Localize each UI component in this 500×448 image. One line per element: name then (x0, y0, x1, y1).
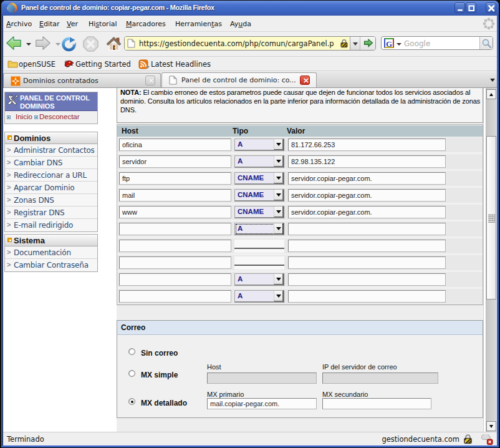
scrollbar-thumb[interactable] (486, 136, 496, 299)
sidebar-item-registrar-dns[interactable]: >Registrar DNS (5, 207, 97, 219)
sidebar-item-redireccionar-a-url[interactable]: >Redireccionar a URL (5, 169, 97, 182)
dns-host-input-10[interactable] (119, 290, 231, 303)
desconectar-bullet-icon (34, 115, 38, 119)
menu-editar[interactable]: Editar (39, 20, 60, 28)
dns-host-input-5[interactable]: www (119, 206, 231, 218)
dns-tipo-select-3[interactable]: CNAME (234, 172, 284, 185)
url-field[interactable]: https://gestiondecuenta.com/php/comun/ca… (125, 37, 350, 50)
dns-valor-input-8[interactable] (288, 256, 446, 269)
inicio-link[interactable]: Inicio (16, 113, 32, 120)
tab2-close-button[interactable] (300, 75, 310, 85)
desconectar-link[interactable]: Desconectar (39, 113, 80, 120)
sidebar-item-zonas-dns[interactable]: >Zonas DNS (5, 194, 97, 207)
forward-button[interactable] (35, 36, 50, 52)
dns-valor-input-2[interactable]: 82.98.135.122 (288, 155, 446, 168)
dns-host-input-4[interactable]: mail (119, 189, 231, 202)
menu-ayuda[interactable]: Ayuda (230, 20, 251, 28)
minimize-button[interactable] (454, 2, 465, 13)
select-arrow-icon[interactable] (274, 223, 282, 234)
close-button[interactable] (486, 2, 496, 13)
dns-valor-input-10[interactable] (288, 290, 446, 303)
dns-tipo-select-1[interactable]: A (234, 139, 284, 151)
menu-historial[interactable]: Historial (89, 20, 117, 28)
sidebar-section-sistema: Sistema>Documentación>Cambiar Contraseña (4, 234, 98, 272)
urlbar[interactable]: https://gestiondecuenta.com/php/comun/ca… (124, 36, 376, 51)
dns-valor-input-5[interactable]: servidor.copiar-pegar.com. (288, 206, 446, 218)
sidebar-item-cambiar-contrase-a[interactable]: >Cambiar Contraseña (5, 259, 97, 271)
sidebar-item-cambiar-dns[interactable]: >Cambiar DNS (5, 157, 97, 169)
sidebar-item-documentaci-n[interactable]: >Documentación (5, 246, 97, 259)
menubar: ArchivoEditarVerHistorialMarcadoresHerra… (3, 16, 497, 32)
dns-valor-input-3[interactable]: servidor.copiar-pegar.com. (288, 172, 446, 185)
menu-herramientas[interactable]: Herramientas (175, 20, 222, 28)
radio-mx-simple[interactable] (128, 370, 135, 377)
dns-host-input-8[interactable] (119, 256, 231, 269)
back-button[interactable] (6, 36, 22, 52)
select-arrow-icon[interactable] (274, 139, 282, 150)
popup-blocked-icon[interactable] (481, 434, 494, 446)
sidebar-item-aparcar-dominio[interactable]: >Aparcar Dominio (5, 182, 97, 194)
tab-dominios-contratados[interactable]: Dominios contratados (3, 73, 161, 87)
all-tabs-dropdown-icon[interactable] (490, 79, 495, 82)
dns-tipo-select-6[interactable]: A (234, 223, 284, 235)
folder-icon (7, 59, 18, 69)
scroll-down-button[interactable] (486, 421, 496, 431)
dns-tipo-select-5[interactable]: CNAME (234, 206, 284, 218)
input-mx-primario[interactable]: mail.copiar-pegar.com. (207, 398, 317, 409)
dns-tipo-select-collapsed-7[interactable] (234, 240, 284, 253)
getting-started-icon (64, 59, 74, 69)
status-lock-icon[interactable] (463, 434, 473, 444)
input-mx-secundario[interactable] (322, 398, 431, 409)
input-host-correo[interactable] (207, 373, 317, 384)
tab1-close-button[interactable] (145, 75, 155, 85)
dns-valor-input-9[interactable] (288, 273, 446, 286)
tab-panel-de-control[interactable]: Panel de control de dominio: co... (161, 72, 317, 87)
select-arrow-icon[interactable] (274, 173, 282, 183)
select-arrow-icon[interactable] (274, 190, 282, 200)
home-button[interactable] (105, 36, 122, 52)
vertical-scrollbar[interactable] (486, 88, 496, 432)
sidebar-item-administrar-contactos[interactable]: >Administrar Contactos (5, 144, 97, 157)
url-dropdown-button[interactable] (350, 37, 360, 50)
reload-button[interactable] (61, 36, 78, 52)
dns-host-input-9[interactable] (119, 273, 231, 286)
select-arrow-icon[interactable] (274, 291, 282, 301)
dns-tipo-select-2[interactable]: A (234, 155, 284, 168)
dns-row-2: servidorA82.98.135.122 (117, 154, 483, 169)
dns-valor-input-6[interactable] (288, 223, 446, 235)
dns-host-input-1[interactable]: oficina (119, 139, 231, 151)
input-ip-servidor[interactable] (322, 373, 438, 384)
sidebar-item-e-mail-redirigido[interactable]: >E-mail redirigido (5, 219, 97, 231)
page-icon (127, 39, 135, 48)
maximize-button[interactable] (466, 2, 476, 13)
dns-tipo-select-4[interactable]: CNAME (234, 189, 284, 202)
dns-valor-input-7[interactable] (288, 240, 446, 252)
menu-archivo[interactable]: Archivo (6, 20, 32, 28)
menu-marcadores[interactable]: Marcadores (126, 20, 166, 28)
titlebar[interactable]: Panel de control de dominio: copiar-pega… (1, 1, 499, 16)
dns-tipo-select-9[interactable]: A (234, 273, 284, 286)
dns-valor-input-4[interactable]: servidor.copiar-pegar.com. (288, 189, 446, 202)
scroll-up-button[interactable] (486, 89, 496, 99)
forward-dropdown-icon[interactable] (55, 43, 60, 46)
dns-host-input-6[interactable] (119, 223, 231, 235)
select-arrow-icon[interactable] (274, 207, 282, 217)
dns-host-input-3[interactable]: ftp (119, 172, 231, 185)
dns-tipo-select-10[interactable]: A (234, 290, 284, 303)
go-button[interactable] (360, 37, 376, 50)
search-engine-dropdown-icon[interactable] (397, 43, 401, 46)
back-dropdown-icon[interactable] (26, 43, 31, 46)
select-arrow-icon[interactable] (274, 274, 282, 285)
radio-sin-correo[interactable] (128, 348, 135, 355)
dns-valor-input-1[interactable]: 81.172.66.253 (288, 139, 446, 151)
select-arrow-icon[interactable] (274, 156, 282, 167)
dns-host-input-2[interactable]: servidor (119, 155, 231, 168)
dns-host-input-7[interactable] (119, 240, 231, 252)
search-box[interactable]: G Google (381, 36, 493, 50)
dns-tipo-select-collapsed-8[interactable] (234, 256, 284, 270)
menu-ver[interactable]: Ver (67, 20, 78, 28)
google-engine-icon[interactable]: G (384, 38, 394, 48)
search-submit-button[interactable] (479, 37, 493, 50)
radio-mx-detallado[interactable] (128, 398, 135, 405)
stop-button[interactable] (82, 36, 99, 52)
